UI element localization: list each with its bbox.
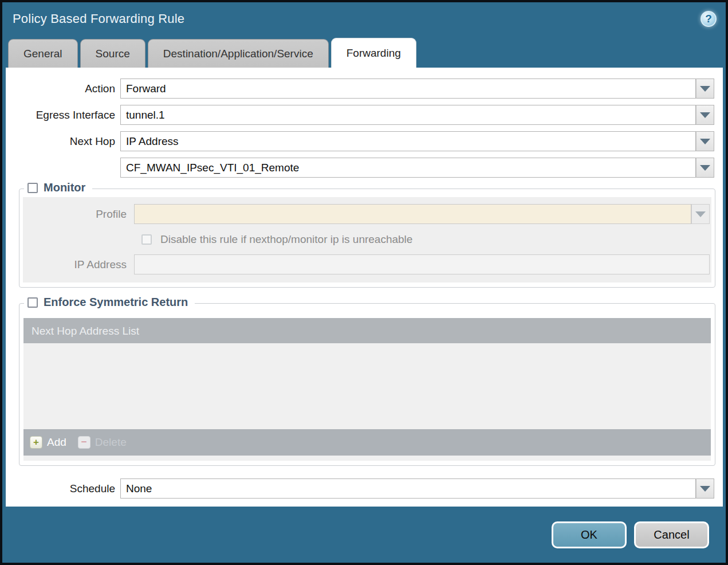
add-button[interactable]: + Add <box>30 436 66 449</box>
tab-destination-application-service[interactable]: Destination/Application/Service <box>148 39 329 68</box>
chevron-down-icon <box>700 86 710 92</box>
table-footer: + Add − Delete <box>23 429 711 456</box>
next-hop-type-select[interactable]: IP Address <box>120 131 696 151</box>
next-hop-address-select[interactable]: CF_MWAN_IPsec_VTI_01_Remote <box>120 158 696 178</box>
next-hop-row: Next Hop IP Address <box>6 131 714 151</box>
delete-button: − Delete <box>78 436 127 449</box>
tab-general[interactable]: General <box>8 39 78 68</box>
cancel-button[interactable]: Cancel <box>634 521 709 548</box>
tab-bar: General Source Destination/Application/S… <box>2 36 726 68</box>
schedule-row: Schedule None <box>6 478 714 499</box>
table-bottom-strip <box>23 456 711 461</box>
monitor-panel: Profile Disable this rule if nexthop/mon… <box>23 197 711 282</box>
monitor-legend-label: Monitor <box>44 181 85 194</box>
help-icon[interactable]: ? <box>701 11 717 27</box>
schedule-select[interactable]: None <box>120 478 696 499</box>
chevron-down-icon <box>700 486 710 492</box>
monitor-ip-address-row: IP Address <box>23 254 710 274</box>
action-select[interactable]: Forward <box>120 79 696 99</box>
next-hop-type-dropdown-button[interactable] <box>696 131 714 151</box>
title-bar: Policy Based Forwarding Rule ? <box>2 2 726 36</box>
enforce-symmetric-return-section: Enforce Symmetric Return Next Hop Addres… <box>19 303 715 466</box>
next-hop-address-list-table: Next Hop Address List + Add − Delete <box>23 318 711 461</box>
tab-content: Action Forward Egress Interface tunnel.1… <box>6 68 723 507</box>
disable-rule-label: Disable this rule if nexthop/monitor ip … <box>160 233 412 246</box>
dialog-footer: OK Cancel <box>2 507 726 563</box>
add-button-label: Add <box>47 436 66 449</box>
egress-interface-dropdown-button[interactable] <box>696 105 714 125</box>
next-hop-address-list-body <box>23 343 711 429</box>
chevron-down-icon <box>700 112 710 118</box>
action-dropdown-button[interactable] <box>696 79 714 99</box>
minus-icon: − <box>78 436 90 449</box>
monitor-section: Monitor Profile Disable this rule if nex… <box>19 189 715 288</box>
tab-source[interactable]: Source <box>80 39 145 68</box>
monitor-ip-address-label: IP Address <box>23 258 134 271</box>
egress-interface-label: Egress Interface <box>6 109 120 121</box>
action-row: Action Forward <box>6 79 714 99</box>
egress-interface-row: Egress Interface tunnel.1 <box>6 105 714 125</box>
tab-forwarding[interactable]: Forwarding <box>331 38 416 68</box>
profile-row: Profile <box>23 204 710 224</box>
profile-label: Profile <box>23 208 134 221</box>
profile-dropdown-button <box>691 204 710 224</box>
table-header-next-hop-address-list: Next Hop Address List <box>23 318 711 343</box>
schedule-label: Schedule <box>6 482 120 495</box>
next-hop-address-row: CF_MWAN_IPsec_VTI_01_Remote <box>6 158 714 178</box>
chevron-down-icon <box>695 211 706 217</box>
ok-button[interactable]: OK <box>552 521 627 548</box>
egress-interface-select[interactable]: tunnel.1 <box>120 105 696 125</box>
monitor-checkbox[interactable] <box>27 183 38 193</box>
action-label: Action <box>6 83 120 95</box>
delete-button-label: Delete <box>95 436 127 449</box>
disable-rule-checkbox <box>141 234 152 245</box>
enforce-symmetric-return-checkbox[interactable] <box>27 297 38 308</box>
dialog-title: Policy Based Forwarding Rule <box>13 11 184 26</box>
schedule-dropdown-button[interactable] <box>696 478 714 499</box>
chevron-down-icon <box>700 139 710 144</box>
next-hop-address-dropdown-button[interactable] <box>696 158 714 178</box>
disable-rule-row: Disable this rule if nexthop/monitor ip … <box>141 233 711 246</box>
chevron-down-icon <box>700 165 710 171</box>
profile-select <box>134 204 691 224</box>
next-hop-label: Next Hop <box>6 135 120 148</box>
monitor-ip-address-input <box>134 254 710 274</box>
monitor-legend: Monitor <box>24 181 92 194</box>
enforce-legend: Enforce Symmetric Return <box>24 296 195 309</box>
plus-icon: + <box>30 436 42 449</box>
enforce-legend-label: Enforce Symmetric Return <box>44 296 188 309</box>
pbf-rule-dialog: Policy Based Forwarding Rule ? General S… <box>0 0 728 565</box>
